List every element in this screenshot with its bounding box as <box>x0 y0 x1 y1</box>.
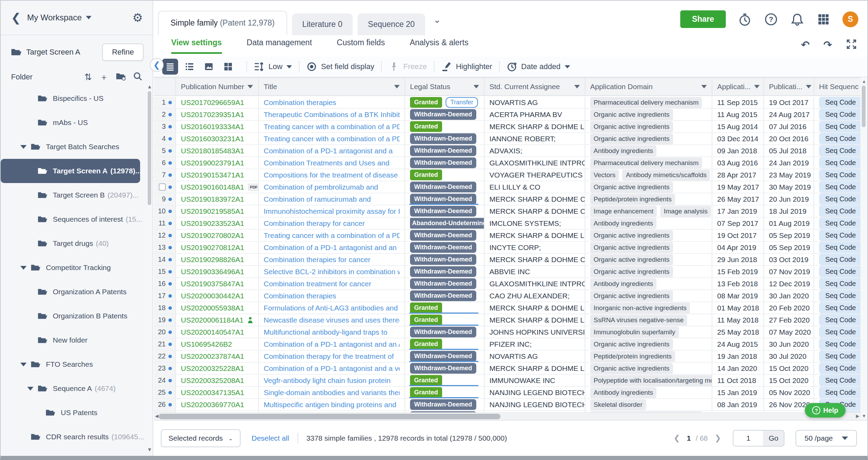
publication-number-link[interactable]: US20190270812A1 <box>181 243 244 252</box>
title-link[interactable]: Vegfr-antibody light chain fusion protei… <box>264 376 391 385</box>
seq-code-pill[interactable]: Seq Code <box>819 242 860 253</box>
sidebar-item-cdr-search-results[interactable]: CDR search results(109645... <box>1 425 146 449</box>
seq-code-pill[interactable]: Seq Code <box>819 121 860 132</box>
sidebar-item-target-screen-a[interactable]: Target Screen A(12978)... <box>1 159 140 183</box>
publication-number-link[interactable]: US20200325208A1 <box>181 376 244 385</box>
seq-code-pill[interactable]: Seq Code <box>819 97 860 108</box>
sidebar-item-organization-b-patents[interactable]: Organization B Patents <box>1 304 146 328</box>
title-link[interactable]: Combination of ramucirumab and <box>264 195 371 203</box>
caret-down-icon[interactable] <box>20 145 31 149</box>
seq-code-pill[interactable]: Seq Code <box>819 254 860 265</box>
tab-literature[interactable]: Literature 0 <box>292 13 353 35</box>
publication-number-link[interactable]: US20180185483A1 <box>181 147 244 155</box>
seq-code-pill[interactable]: Seq Code <box>819 326 860 338</box>
goto-page-input[interactable] <box>733 431 763 446</box>
redo-icon[interactable]: ↷ <box>823 39 832 51</box>
seq-code-pill[interactable]: Seq Code <box>819 193 860 205</box>
publication-number-link[interactable]: US20200140547A1 <box>181 328 244 336</box>
subtab-view-settings[interactable]: View settings <box>171 38 222 54</box>
sort-caret-icon[interactable] <box>574 85 580 88</box>
publication-number-link[interactable]: US20160303231A1 <box>181 135 244 143</box>
history-timer-icon[interactable] <box>738 12 752 27</box>
caret-down-icon[interactable] <box>20 363 31 366</box>
sort-caret-icon[interactable] <box>394 85 400 88</box>
publication-number-link[interactable]: US20200030442A1 <box>181 292 244 300</box>
publication-number-link[interactable]: US20200055938A1 <box>181 304 244 312</box>
seq-code-pill[interactable]: Seq Code <box>819 169 860 181</box>
title-link[interactable]: Combination of pembrolizumab and <box>264 183 378 191</box>
workspace-caret-icon[interactable] <box>86 16 91 19</box>
column-header-std-current-assignee[interactable]: Std. Current Assignee <box>485 78 585 95</box>
sidebar-collapse-handle[interactable]: ❮ <box>150 58 164 72</box>
sidebar-item-target-screen-b[interactable]: Target Screen B(20497)... <box>1 183 146 207</box>
selected-records-dropdown[interactable]: Selected records⌄ <box>161 429 241 447</box>
seq-code-pill[interactable]: Seq Code <box>819 157 860 169</box>
highlighter-button[interactable]: Highlighter <box>441 61 492 72</box>
seq-code-pill[interactable]: Seq Code <box>819 363 860 374</box>
goto-page-button[interactable]: Go <box>763 431 784 446</box>
seq-code-pill[interactable]: Seq Code <box>819 181 860 193</box>
title-link[interactable]: Combination of a PD-1 antagonist and a <box>264 147 393 155</box>
title-link[interactable]: Combination therapy for cancer <box>264 219 365 228</box>
add-folder-icon[interactable]: ＋ <box>99 73 108 82</box>
publication-number-link[interactable]: US20200347135A1 <box>181 389 244 397</box>
refine-button[interactable]: Refine <box>102 44 144 61</box>
caret-down-icon[interactable] <box>20 266 31 270</box>
workspace-selector[interactable]: My Workspace <box>27 13 82 22</box>
publication-number-link[interactable]: US10695426B2 <box>181 340 232 348</box>
expand-collapse-icon[interactable]: ⇅ <box>84 73 92 82</box>
publication-number-link[interactable]: US20190233523A1 <box>181 219 244 228</box>
undo-icon[interactable]: ↶ <box>801 39 810 51</box>
sidebar-item-competitor-tracking[interactable]: Competitor Tracking <box>1 256 146 280</box>
publication-number-link[interactable]: US20190023791A1 <box>181 159 244 167</box>
row-select-cell[interactable] <box>154 181 176 193</box>
seq-code-pill[interactable]: Seq Code <box>819 145 860 156</box>
seq-code-pill[interactable]: Seq Code <box>819 266 860 277</box>
caret-down-icon[interactable] <box>27 387 38 391</box>
title-link[interactable]: Treating cancer with a combination of a … <box>264 123 400 131</box>
subtab-analysis-alerts[interactable]: Analysis & alerts <box>410 38 468 54</box>
help-fab-button[interactable]: ? Help <box>805 403 846 418</box>
sidebar-item-sequence-a[interactable]: Sequence A(4674) <box>1 376 146 401</box>
sidebar-item-fto-searches[interactable]: FTO Searches <box>1 352 146 376</box>
publication-number-link[interactable]: US20190183972A1 <box>181 195 244 203</box>
column-header-publicati-[interactable]: Publicati... <box>764 78 814 95</box>
apps-grid-icon[interactable] <box>816 12 831 27</box>
publication-number-link[interactable]: US20200061184A1 <box>181 316 244 324</box>
horizontal-scrollbar[interactable]: ◀ ▶ <box>154 412 860 420</box>
title-link[interactable]: Treating cancer with a combination of a … <box>264 135 400 143</box>
view-grid-button[interactable] <box>220 59 236 75</box>
scroll-left-icon[interactable]: ◀ <box>155 413 158 419</box>
column-header-applicati-[interactable]: Applicati... <box>712 78 764 95</box>
scroll-up-icon[interactable]: ▲ <box>147 84 152 89</box>
title-link[interactable]: Multifunctional antibody-ligand traps to <box>264 328 387 336</box>
set-field-display-button[interactable]: Set field display <box>306 61 374 72</box>
tabs-more-chevron-icon[interactable]: ⌄ <box>433 15 441 25</box>
column-header-legal-status[interactable]: Legal Status <box>405 78 485 95</box>
title-link[interactable]: Single-domain antibodies and variants th… <box>264 389 400 397</box>
publication-number-link[interactable]: US20190160148A1 <box>181 183 244 191</box>
notifications-bell-icon[interactable] <box>790 12 804 27</box>
scroll-right-icon[interactable]: ▶ <box>856 413 859 419</box>
seq-code-pill[interactable]: Seq Code <box>819 133 860 144</box>
seq-code-pill[interactable]: Seq Code <box>819 314 860 326</box>
prev-page-icon[interactable]: ❮ <box>672 434 682 443</box>
title-link[interactable]: Combination of a PD-1 antagonist and an … <box>264 340 400 348</box>
scroll-down-icon[interactable]: ▼ <box>862 413 866 419</box>
publication-number-link[interactable]: US20170296659A1 <box>181 98 244 107</box>
search-icon[interactable] <box>133 72 142 82</box>
sort-caret-icon[interactable] <box>806 85 811 88</box>
seq-code-pill[interactable]: Seq Code <box>819 375 860 386</box>
title-link[interactable]: Combination treatment for cancer <box>264 280 371 288</box>
share-button[interactable]: Share <box>680 10 726 28</box>
sidebar-item-sequences-of-interest[interactable]: Sequences of interest(15... <box>1 207 146 231</box>
column-header-title[interactable]: Title <box>259 78 405 95</box>
publication-number-link[interactable]: US20200325228A1 <box>181 364 244 373</box>
vertical-scrollbar[interactable]: ▲ ▼ <box>860 77 867 420</box>
publication-number-link[interactable]: US20190298826A1 <box>181 256 244 264</box>
sidebar-item-target-batch-searches[interactable]: Target Batch Searches <box>1 135 146 159</box>
sort-caret-icon[interactable] <box>754 85 760 88</box>
title-link[interactable]: Combination therapies for cancer <box>264 256 370 264</box>
sidebar-item-organization-a-patents[interactable]: Organization A Patents <box>1 280 146 304</box>
sidebar-item-new-folder[interactable]: New folder <box>1 328 146 352</box>
